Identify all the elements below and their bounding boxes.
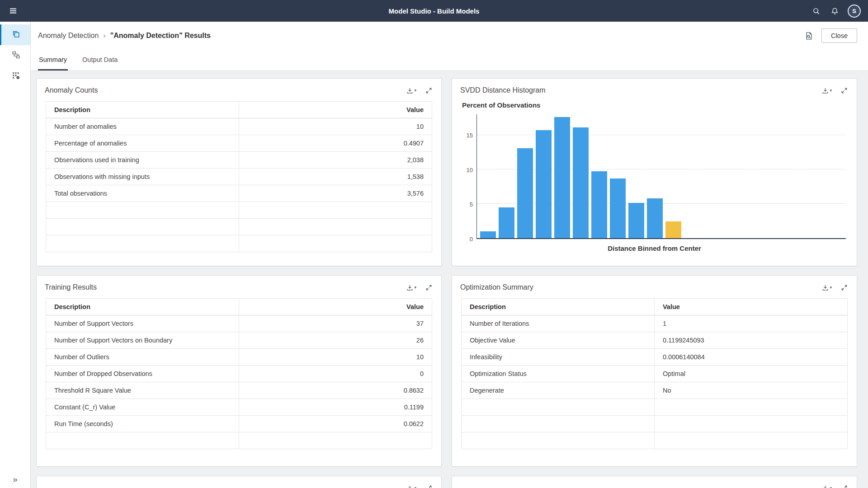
cell-description: Optimization Status bbox=[462, 366, 655, 382]
cell-description bbox=[46, 235, 239, 252]
cell-value: 10 bbox=[239, 349, 432, 366]
user-avatar[interactable]: S bbox=[848, 5, 861, 18]
histogram-bar bbox=[647, 198, 663, 238]
table-row: Percentage of anomalies0.4907 bbox=[46, 135, 432, 152]
sidebar-item-data[interactable] bbox=[0, 66, 30, 87]
cell-description: Observations with missing inputs bbox=[46, 169, 239, 185]
breadcrumb-parent-link[interactable]: Anomaly Detection bbox=[38, 32, 99, 40]
column-header: Description bbox=[462, 299, 655, 315]
notifications-bell-icon[interactable] bbox=[829, 5, 840, 17]
panel-training-results: Training Results ▾ bbox=[36, 275, 442, 467]
optimization-summary-table: DescriptionValueNumber of Iterations1Obj… bbox=[461, 298, 848, 449]
y-tick-label: 0 bbox=[470, 236, 473, 243]
cell-value: 26 bbox=[239, 332, 432, 349]
cell-description bbox=[46, 219, 239, 235]
pdf-export-icon[interactable] bbox=[804, 31, 814, 41]
table-row bbox=[46, 432, 432, 449]
maximize-button[interactable] bbox=[425, 86, 433, 95]
table-header-row: DescriptionValue bbox=[46, 102, 432, 118]
training-results-table: DescriptionValueNumber of Support Vector… bbox=[46, 298, 432, 449]
breadcrumb-separator: › bbox=[103, 32, 105, 40]
cell-description: Run Time (seconds) bbox=[46, 416, 239, 432]
column-header: Description bbox=[46, 102, 239, 118]
cell-value: 0.8632 bbox=[239, 382, 432, 399]
table-row: Objective Value0.1199245093 bbox=[462, 332, 848, 349]
maximize-button[interactable] bbox=[840, 86, 849, 95]
table-header-row: DescriptionValue bbox=[46, 299, 432, 315]
table-row: Number of anomalies10 bbox=[46, 118, 432, 135]
histogram-bar bbox=[610, 178, 626, 238]
table-row: Total observations3,576 bbox=[46, 185, 432, 202]
panel-title: Optimization Summary bbox=[460, 283, 533, 291]
cell-description: Number of Dropped Observations bbox=[46, 366, 239, 382]
cell-description: Threshold R Square Value bbox=[46, 382, 239, 399]
chevron-down-icon: ▾ bbox=[414, 88, 416, 93]
cell-description: Number of Outliers bbox=[46, 349, 239, 366]
tab-summary[interactable]: Summary bbox=[38, 50, 68, 70]
histogram-bar bbox=[499, 207, 514, 239]
cell-description: Objective Value bbox=[462, 332, 655, 349]
hamburger-menu-icon[interactable] bbox=[7, 5, 19, 17]
close-button[interactable]: Close bbox=[821, 28, 857, 43]
cell-value bbox=[655, 432, 848, 449]
breadcrumb: Anomaly Detection › "Anomaly Detection" … bbox=[31, 22, 868, 50]
panel-anomaly-counts: Anomaly Counts ▾ bbox=[36, 78, 442, 266]
maximize-button[interactable] bbox=[840, 283, 849, 292]
maximize-button[interactable] bbox=[840, 484, 849, 488]
cell-description: Percentage of anomalies bbox=[46, 135, 239, 152]
table-row: Number of Outliers10 bbox=[46, 349, 432, 366]
table-header-row: DescriptionValue bbox=[462, 299, 848, 315]
panel-title: Training Results bbox=[45, 283, 97, 291]
histogram-plot bbox=[476, 114, 846, 239]
cell-description bbox=[462, 416, 655, 432]
chevron-down-icon: ▾ bbox=[830, 285, 832, 290]
column-header: Value bbox=[239, 299, 432, 315]
cell-value: 1,538 bbox=[239, 169, 432, 185]
download-button[interactable]: ▾ bbox=[821, 283, 833, 292]
sidebar-expand-icon[interactable]: » bbox=[0, 474, 30, 484]
cell-value: Optimal bbox=[655, 366, 848, 382]
search-icon[interactable] bbox=[811, 5, 822, 17]
panel-title: Anomaly Counts bbox=[45, 86, 98, 94]
table-row bbox=[46, 219, 432, 235]
table-row: Number of Support Vectors on Boundary26 bbox=[46, 332, 432, 349]
results-content: Anomaly Counts ▾ bbox=[31, 71, 868, 488]
app-title: Model Studio - Build Models bbox=[389, 7, 480, 15]
tab-output-data[interactable]: Output Data bbox=[81, 50, 118, 70]
cell-description: Constant (C_r) Value bbox=[46, 399, 239, 416]
panel-actions: ▾ bbox=[821, 283, 849, 292]
table-row: Run Time (seconds)0.0622 bbox=[46, 416, 432, 432]
cell-description: Number of Iterations bbox=[462, 315, 655, 332]
download-button[interactable]: ▾ bbox=[406, 484, 417, 488]
download-button[interactable]: ▾ bbox=[821, 86, 833, 95]
chevron-down-icon: ▾ bbox=[414, 285, 416, 290]
maximize-button[interactable] bbox=[425, 484, 433, 488]
chevron-down-icon: ▾ bbox=[830, 88, 832, 93]
panel-actions: ▾ bbox=[406, 86, 433, 95]
cell-description: Degenerate bbox=[462, 382, 655, 399]
cell-value: 0 bbox=[239, 366, 432, 382]
pipelines-icon bbox=[12, 30, 20, 40]
panel-actions: ▾ bbox=[821, 86, 849, 95]
header-actions: S bbox=[811, 5, 861, 18]
table-row bbox=[46, 235, 432, 252]
table-row: Threshold R Square Value0.8632 bbox=[46, 382, 432, 399]
cell-value: 3,576 bbox=[239, 185, 432, 202]
sidebar-item-pipeline-comparison[interactable] bbox=[0, 45, 30, 66]
download-button[interactable]: ▾ bbox=[406, 283, 417, 292]
x-axis-title: Distance Binned from Center bbox=[460, 244, 849, 252]
sidebar-item-pipelines[interactable] bbox=[0, 24, 30, 45]
download-button[interactable]: ▾ bbox=[406, 86, 417, 95]
panel-actions: ▾ bbox=[821, 484, 849, 488]
cell-description bbox=[46, 432, 239, 449]
histogram-bar bbox=[591, 171, 607, 238]
table-row bbox=[462, 416, 848, 432]
panel-svdd-histogram: SVDD Distance Histogram ▾ bbox=[452, 78, 857, 266]
download-button[interactable]: ▾ bbox=[821, 484, 833, 488]
cell-value bbox=[239, 219, 432, 235]
cell-value bbox=[655, 416, 848, 432]
cell-description: Number of anomalies bbox=[46, 118, 239, 135]
cell-value: 2,038 bbox=[239, 152, 432, 169]
cell-value bbox=[239, 432, 432, 449]
maximize-button[interactable] bbox=[425, 283, 433, 292]
